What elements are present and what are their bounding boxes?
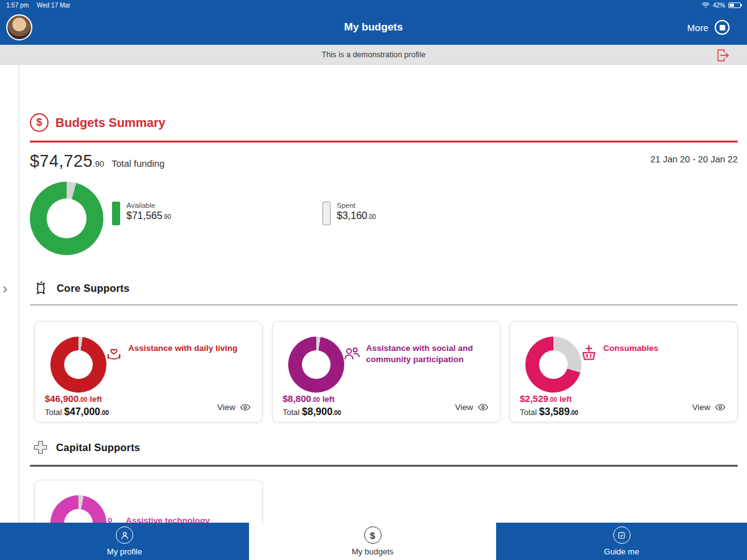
daily-living-donut-chart [50,337,106,393]
spent-cents: .00 [367,213,376,220]
budget-card-daily-living[interactable]: Assistance with daily living $46,900.00 … [34,321,263,422]
nav-tab-guide-me[interactable]: Guide me [496,523,747,560]
battery-icon [728,2,741,8]
basket-plus-icon [580,344,598,363]
capital-supports-title: Capital Supports [56,442,140,454]
card-total: Total $47,000.00 [45,406,109,418]
dollar-icon: $ [364,526,382,544]
view-button[interactable]: View [692,403,726,412]
card-title: Assistance with daily living [128,343,238,354]
budget-card-social-participation[interactable]: Assistance with social and community par… [272,321,500,422]
status-indicators: 42% [702,2,741,9]
eye-icon [715,403,726,411]
plan-date-range: 21 Jan 20 - 20 Jan 22 [651,154,738,164]
total-funding-cents: .90 [93,159,104,169]
nav-label: Guide me [604,547,639,556]
person-icon [116,526,133,544]
status-bar: 1:57 pm Wed 17 Mar 42% [0,0,747,10]
total-funding-label: Total funding [111,158,164,169]
social-donut-chart [288,337,344,393]
core-supports-title: Core Supports [57,282,129,294]
more-label: More [687,22,708,33]
consumables-donut-chart [525,337,581,393]
core-supports-heading: Core Supports [32,280,129,297]
available-cents: .90 [162,213,171,220]
card-title: Consumables [603,343,659,354]
spent-amount: $3,160 [337,210,367,221]
status-date: Wed 17 Mar [37,2,70,9]
more-button[interactable]: More [687,20,730,35]
logout-icon [715,47,731,63]
caring-hands-icon [105,344,123,363]
card-left-amount: $2,529.00 left [520,393,571,404]
total-funding: $74,725.90 Total funding [30,152,164,171]
budgets-summary-heading: $ Budgets Summary [30,113,166,132]
nav-label: My budgets [352,547,393,556]
guide-icon [613,526,631,544]
budgets-summary-title: Budgets Summary [55,116,166,130]
spent-swatch [322,202,331,225]
battery-percent: 42% [713,2,725,9]
view-button[interactable]: View [217,403,251,412]
nav-tab-my-profile[interactable]: My profile [0,523,249,560]
legend-available: Available $71,565.90 [112,202,171,225]
card-left-amount: $46,900.00 left [45,393,102,404]
available-label: Available [126,202,171,209]
demo-banner-text: This is a demonstration profile [0,45,747,64]
card-total: Total $8,900.00 [283,406,341,418]
app-header: 1:57 pm Wed 17 Mar 42% My budgets More [0,0,747,45]
card-left-amount: $8,800.00 left [283,393,334,404]
card-title: Assistance with social and community par… [366,343,491,365]
legend-spent: Spent $3,160.00 [322,202,376,225]
capital-supports-heading: Capital Supports [32,439,140,455]
card-total: Total $3,589.00 [520,406,578,418]
view-button[interactable]: View [455,403,489,412]
dollar-circle-icon: $ [30,113,49,132]
demo-banner: This is a demonstration profile [0,45,747,65]
spent-label: Spent [337,202,376,209]
bottom-navigation: My profile $ My budgets Guide me [0,523,747,560]
app-screen: 1:57 pm Wed 17 Mar 42% My budgets More T… [0,0,747,560]
eye-icon [240,403,251,411]
people-icon [342,344,361,363]
exit-demo-button[interactable] [715,47,731,63]
wifi-icon [702,2,710,8]
available-swatch [112,202,120,225]
nav-tab-my-budgets[interactable]: $ My budgets [249,523,496,560]
eye-icon [477,403,489,411]
status-time: 1:57 pm [6,2,29,9]
summary-divider [30,141,738,142]
budget-card-consumables[interactable]: Consumables $2,529.00 left Total $3,589.… [509,321,738,422]
nav-label: My profile [107,547,142,556]
page-title: My budgets [0,21,747,34]
apple-core-icon [32,280,49,297]
status-time-date: 1:57 pm Wed 17 Mar [6,2,77,9]
panel-handle-chevron-icon[interactable]: › [2,281,7,296]
more-icon [715,20,730,35]
left-rail-divider [19,65,19,523]
total-funding-amount: $74,725 [30,152,93,170]
available-amount: $71,565 [126,210,162,221]
plus-cross-icon [32,439,49,455]
summary-donut-chart [30,182,103,255]
core-supports-divider [30,304,738,306]
capital-supports-divider [30,465,738,467]
